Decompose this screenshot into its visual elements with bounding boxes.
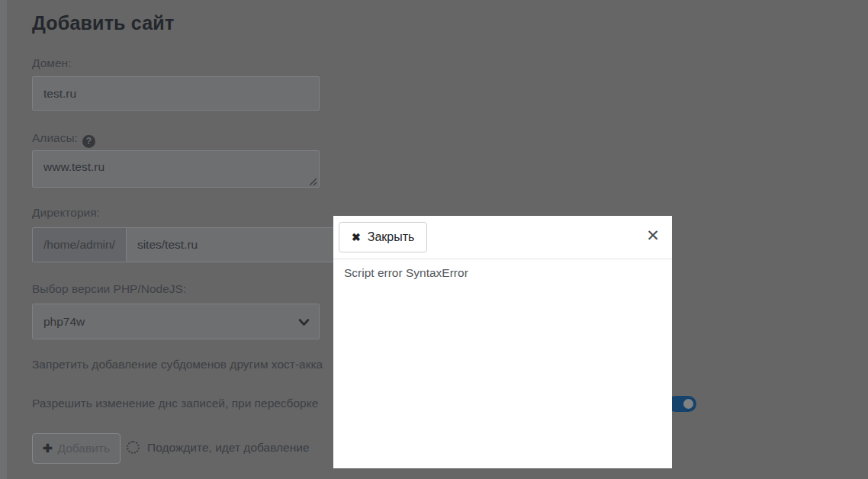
close-icon[interactable]: ✕ [642, 225, 664, 246]
question-circle-icon[interactable]: ? [82, 135, 95, 148]
close-x-icon: ✖ [352, 231, 361, 243]
directory-input-group: /home/admin/ [32, 227, 368, 262]
progress-text: Подождите, идет добавление [147, 441, 310, 455]
domain-input[interactable] [32, 76, 320, 111]
window-left-edge [0, 0, 7, 479]
modal-close-button-label: Закрыть [368, 230, 415, 244]
option-subdomains-label: Запретить добавление субдоменов другим х… [32, 358, 323, 371]
php-version-selected: php74w [43, 315, 85, 329]
directory-prefix: /home/admin/ [32, 227, 127, 262]
plus-icon: ✚ [43, 442, 53, 455]
spinner-icon [127, 441, 140, 454]
page-title: Добавить сайт [32, 12, 174, 34]
toggle-knob [681, 397, 696, 411]
chevron-down-icon [298, 317, 310, 328]
php-version-select[interactable]: php74w [32, 304, 320, 339]
modal-close-button[interactable]: ✖ Закрыть [339, 222, 427, 252]
error-modal: ✖ Закрыть ✕ Script error SyntaxError [333, 216, 672, 468]
add-site-button[interactable]: ✚ Добавить [32, 433, 121, 464]
domain-label: Домен: [32, 56, 71, 70]
add-site-button-label: Добавить [58, 442, 111, 455]
directory-input[interactable] [127, 227, 368, 262]
modal-header: ✖ Закрыть ✕ [333, 216, 672, 259]
option-dns-label: Разрешить изменение днс записей, при пер… [32, 397, 318, 410]
aliases-label: Алиасы:? [32, 131, 95, 148]
aliases-textarea[interactable]: www.test.ru [32, 150, 320, 188]
php-version-label: Выбор версии PHP/NodeJS: [32, 282, 186, 296]
modal-error-text: Script error SyntaxError [344, 266, 468, 280]
directory-label: Директория: [32, 206, 100, 220]
